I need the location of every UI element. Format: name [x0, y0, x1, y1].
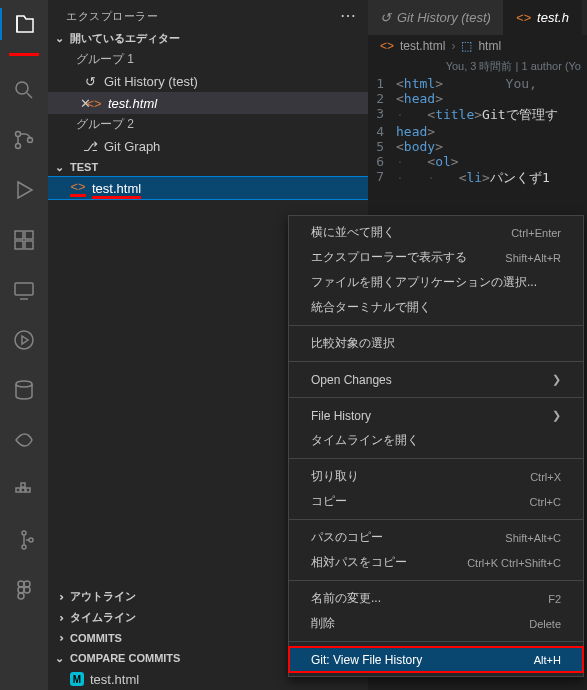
- keyboard-shortcut: Alt+H: [534, 654, 561, 666]
- menu-item-label: Git: View File History: [311, 653, 422, 667]
- menu-item[interactable]: 名前の変更...F2: [289, 586, 583, 611]
- section-label: COMPARE COMMITS: [70, 652, 180, 664]
- menu-item[interactable]: ファイルを開くアプリケーションの選択...: [289, 270, 583, 295]
- keyboard-shortcut: Ctrl+K Ctrl+Shift+C: [467, 557, 561, 569]
- keyboard-shortcut: Ctrl+Enter: [511, 227, 561, 239]
- chevron-down-icon: ⌄: [52, 32, 66, 46]
- menu-item-label: 統合ターミナルで開く: [311, 299, 431, 316]
- keyboard-shortcut: Ctrl+X: [530, 471, 561, 483]
- code-line[interactable]: 3· <title>Gitで管理す: [368, 106, 587, 124]
- activity-source-control-icon[interactable]: [0, 124, 48, 156]
- svg-point-22: [18, 593, 24, 599]
- menu-item-label: パスのコピー: [311, 529, 383, 546]
- activity-play-circle-icon[interactable]: [0, 324, 48, 356]
- svg-point-17: [29, 538, 33, 542]
- group-2-label: グループ 2: [48, 114, 368, 135]
- item-label: Git Graph: [104, 139, 160, 154]
- line-number: 2: [368, 91, 396, 106]
- html-icon: <>: [70, 179, 86, 197]
- activity-search-icon[interactable]: [0, 74, 48, 106]
- menu-item-label: 相対パスをコピー: [311, 554, 407, 571]
- menu-item[interactable]: Git: View File HistoryAlt+H: [289, 647, 583, 672]
- menu-item[interactable]: コピーCtrl+C: [289, 489, 583, 514]
- code-line[interactable]: 1<html> You,: [368, 76, 587, 91]
- activity-remote-icon[interactable]: [0, 274, 48, 306]
- open-editor-git-graph[interactable]: ⎇ Git Graph: [48, 135, 368, 157]
- menu-item[interactable]: 比較対象の選択: [289, 331, 583, 356]
- html-icon: <>: [380, 39, 394, 53]
- menu-separator: [289, 361, 583, 362]
- tab-test-html[interactable]: <> test.h: [504, 0, 582, 35]
- chevron-right-icon: ⌄: [52, 611, 66, 625]
- history-icon: ↺: [380, 10, 391, 25]
- open-editor-git-history[interactable]: ↺ Git History (test): [48, 70, 368, 92]
- menu-item[interactable]: 統合ターミナルで開く: [289, 295, 583, 320]
- section-label: アウトライン: [70, 589, 136, 604]
- menu-item-label: 比較対象の選択: [311, 335, 395, 352]
- code-line[interactable]: 7· · <li>パンくず1: [368, 169, 587, 187]
- activity-extensions-icon[interactable]: [0, 224, 48, 256]
- activity-docker-icon[interactable]: [0, 474, 48, 506]
- svg-rect-13: [26, 488, 30, 492]
- menu-item[interactable]: タイムラインを開く: [289, 428, 583, 453]
- breadcrumb-item[interactable]: test.html: [400, 39, 445, 53]
- menu-item[interactable]: 切り取りCtrl+X: [289, 464, 583, 489]
- svg-point-19: [24, 581, 30, 587]
- tab-label: test.h: [537, 10, 569, 25]
- activity-files-icon[interactable]: [0, 8, 48, 40]
- chevron-down-icon: ⌄: [52, 160, 66, 174]
- activity-figma-icon[interactable]: [0, 574, 48, 606]
- html-icon: <>: [516, 10, 531, 25]
- menu-item[interactable]: 相対パスをコピーCtrl+K Ctrl+Shift+C: [289, 550, 583, 575]
- file-test-html[interactable]: <> test.html: [48, 177, 368, 199]
- tab-bar: ↺ Git History (test) <> test.h: [368, 0, 587, 35]
- activity-run-icon[interactable]: [0, 174, 48, 206]
- svg-rect-11: [16, 488, 20, 492]
- explorer-title: エクスプローラー: [66, 9, 158, 24]
- html-icon: <>: [86, 96, 102, 111]
- code-editor[interactable]: 1<html> You,2<head>3· <title>Gitで管理す4hea…: [368, 76, 587, 187]
- code-line[interactable]: 5<body>: [368, 139, 587, 154]
- code-lens[interactable]: You, 3 時間前 | 1 author (Yo: [368, 57, 587, 76]
- activity-git-icon[interactable]: [0, 524, 48, 556]
- chevron-right-icon: ❯: [552, 373, 561, 386]
- line-number: 5: [368, 139, 396, 154]
- code-line[interactable]: 2<head>: [368, 91, 587, 106]
- menu-item-label: ファイルを開くアプリケーションの選択...: [311, 274, 537, 291]
- tab-git-history[interactable]: ↺ Git History (test): [368, 0, 504, 35]
- open-editor-test-html[interactable]: ✕ <> test.html: [48, 92, 368, 114]
- item-label: test.html: [90, 672, 139, 687]
- keyboard-shortcut: Delete: [529, 618, 561, 630]
- svg-rect-5: [25, 231, 33, 239]
- svg-rect-12: [21, 488, 25, 492]
- menu-item[interactable]: エクスプローラーで表示するShift+Alt+R: [289, 245, 583, 270]
- menu-item[interactable]: 横に並べて開くCtrl+Enter: [289, 220, 583, 245]
- menu-item-label: エクスプローラーで表示する: [311, 249, 467, 266]
- breadcrumb-item[interactable]: html: [478, 39, 501, 53]
- project-header[interactable]: ⌄ TEST: [48, 157, 368, 177]
- activity-share-icon[interactable]: [0, 424, 48, 456]
- close-icon[interactable]: ✕: [64, 96, 80, 111]
- menu-item[interactable]: 削除Delete: [289, 611, 583, 636]
- menu-item-label: 名前の変更...: [311, 590, 381, 607]
- svg-point-10: [16, 381, 32, 387]
- svg-point-20: [18, 587, 24, 593]
- menu-item-label: タイムラインを開く: [311, 432, 419, 449]
- menu-separator: [289, 325, 583, 326]
- more-icon[interactable]: ⋯: [340, 8, 357, 24]
- menu-item[interactable]: File History❯: [289, 403, 583, 428]
- code-line[interactable]: 6· <ol>: [368, 154, 587, 169]
- item-label: test.html: [108, 96, 157, 111]
- keyboard-shortcut: Shift+Alt+C: [505, 532, 561, 544]
- svg-point-9: [15, 331, 33, 349]
- keyboard-shortcut: Shift+Alt+R: [505, 252, 561, 264]
- activity-database-icon[interactable]: [0, 374, 48, 406]
- breadcrumb[interactable]: <> test.html › ⬚ html: [368, 35, 587, 57]
- code-line[interactable]: 4head>: [368, 124, 587, 139]
- open-editors-header[interactable]: ⌄ 開いているエディター: [48, 28, 368, 49]
- menu-item[interactable]: パスのコピーShift+Alt+C: [289, 525, 583, 550]
- svg-point-18: [18, 581, 24, 587]
- chevron-down-icon: ⌄: [52, 651, 66, 665]
- section-label: TEST: [70, 161, 98, 173]
- menu-item[interactable]: Open Changes❯: [289, 367, 583, 392]
